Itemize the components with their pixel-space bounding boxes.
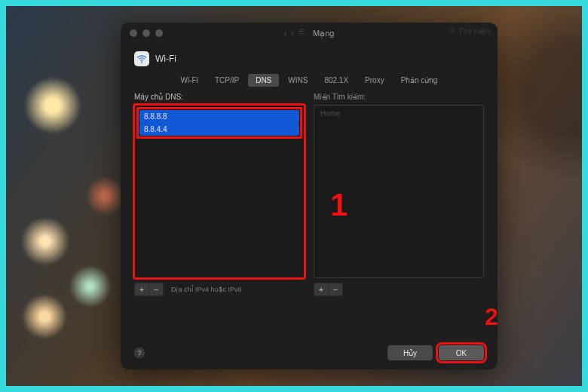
sheet-body: Máy chủ DNS: 8.8.8.8 8.8.4.4 + − Địa chỉ… [121, 93, 498, 296]
remove-domain-button[interactable]: − [329, 283, 343, 296]
grid-icon[interactable]: ☰ [299, 29, 304, 38]
close-icon[interactable] [130, 29, 137, 37]
back-icon[interactable]: ‹ [284, 29, 287, 38]
tab-dns[interactable]: DNS [248, 74, 279, 87]
remove-dns-button[interactable]: − [149, 283, 164, 296]
add-dns-button[interactable]: + [134, 283, 149, 296]
search-domains-column: Miền Tìm kiếm: Home + − [314, 93, 484, 296]
tab-wins[interactable]: WINS [280, 74, 315, 87]
search-domain-buttons: + − [314, 283, 484, 296]
nav-buttons: ‹ › ☰ [284, 29, 304, 38]
dns-buttons: + − Địa chỉ IPv4 hoặc IPv6 [134, 283, 305, 296]
sheet-header: Wi-Fi [121, 44, 498, 71]
minimize-icon[interactable] [142, 29, 150, 37]
tab-tcpip[interactable]: TCP/IP [207, 74, 247, 87]
help-button[interactable]: ? [134, 348, 145, 358]
dns-servers-list[interactable]: 8.8.8.8 8.8.4.4 [134, 105, 305, 278]
dns-server-row[interactable]: 8.8.4.4 [139, 123, 299, 136]
window-controls [121, 29, 163, 37]
search-domains-list[interactable]: Home [314, 105, 484, 278]
zoom-icon[interactable] [155, 29, 163, 37]
titlebar: ‹ › ☰ Mạng Tìm kiếm [121, 23, 498, 44]
search-placeholder: Tìm kiếm [458, 27, 490, 35]
search-domains-label: Miền Tìm kiếm: [314, 93, 484, 105]
wifi-icon [134, 51, 149, 66]
svg-line-1 [453, 32, 455, 33]
dns-hint: Địa chỉ IPv4 hoặc IPv6 [171, 286, 242, 293]
window-title: Mạng [313, 29, 334, 38]
svg-point-0 [450, 28, 454, 32]
cancel-button[interactable]: Hủy [387, 345, 433, 360]
tab-hardware[interactable]: Phần cứng [394, 74, 446, 87]
search-icon [449, 27, 455, 35]
forward-icon[interactable]: › [291, 29, 294, 38]
network-preferences-window: ‹ › ☰ Mạng Tìm kiếm Wi-Fi Wi-Fi TCP/IP D… [121, 23, 498, 369]
ok-button[interactable]: OK [439, 345, 484, 360]
dns-servers-label: Máy chủ DNS: [134, 93, 305, 105]
dns-server-row[interactable]: 8.8.8.8 [139, 110, 299, 123]
footer: ? Hủy OK [134, 345, 484, 360]
sheet-title: Wi-Fi [155, 54, 176, 64]
search-field[interactable]: Tìm kiếm [449, 27, 490, 35]
tab-proxy[interactable]: Proxy [357, 74, 392, 87]
tab-8021x[interactable]: 802.1X [317, 74, 356, 87]
search-domain-placeholder: Home [316, 107, 482, 120]
tab-bar: Wi-Fi TCP/IP DNS WINS 802.1X Proxy Phần … [134, 74, 484, 87]
dns-servers-column: Máy chủ DNS: 8.8.8.8 8.8.4.4 + − Địa chỉ… [134, 93, 305, 296]
add-domain-button[interactable]: + [314, 283, 329, 296]
tab-wifi[interactable]: Wi-Fi [173, 74, 206, 87]
